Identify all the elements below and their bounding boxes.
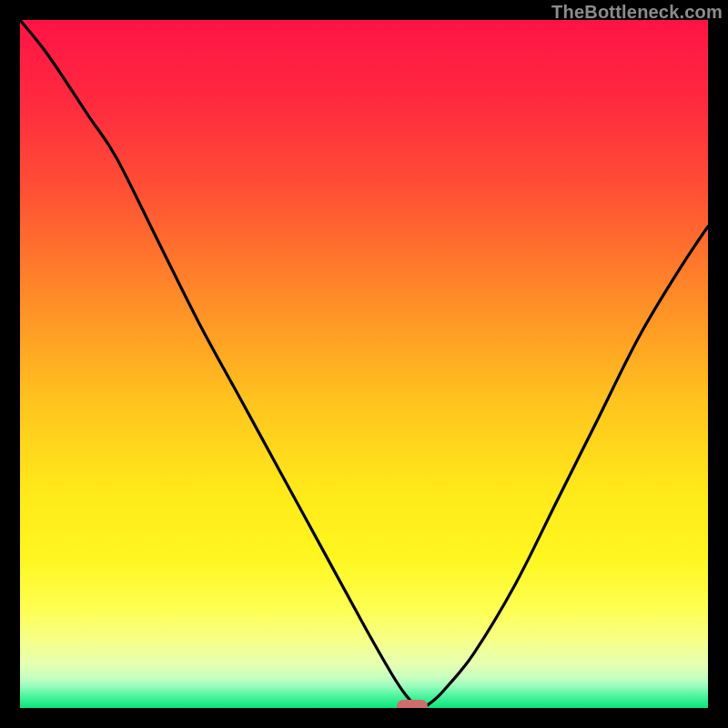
chart-frame: TheBottleneck.com (0, 0, 728, 728)
optimal-marker (397, 700, 428, 708)
bottleneck-curve (20, 20, 708, 708)
plot-area (20, 20, 708, 708)
watermark-text: TheBottleneck.com (551, 2, 723, 23)
